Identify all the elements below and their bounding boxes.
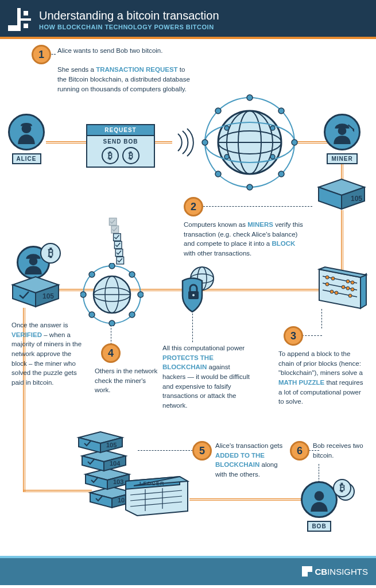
step-4-badge: 4 [101, 343, 121, 363]
page-title: Understanding a bitcoin transaction [39, 9, 219, 22]
svg-point-53 [129, 312, 135, 318]
svg-point-29 [325, 283, 329, 286]
step-5-badge: 5 [192, 441, 212, 461]
footer: CBINSIGHTS [0, 556, 376, 585]
connector [155, 141, 172, 144]
svg-point-60 [29, 257, 38, 266]
svg-point-17 [270, 126, 275, 130]
svg-text:LEDGER: LEDGER [139, 481, 165, 486]
step-6-text: Bob receives two bitcoin. [313, 441, 367, 460]
step-6-badge: 6 [290, 441, 309, 461]
svg-point-12 [215, 108, 221, 114]
alice-avatar: ALICE [6, 114, 47, 164]
step-3-badge: 3 [284, 326, 303, 346]
step-2-text: Computers known as MINERS verify this tr… [184, 220, 304, 258]
svg-point-52 [89, 312, 95, 318]
svg-text:105: 105 [42, 292, 54, 300]
request-header: REQUEST [87, 125, 154, 136]
globe-network-icon [201, 94, 299, 191]
checklist-icon [105, 217, 128, 271]
miner-avatar: MINER [321, 114, 363, 164]
connector-dash [203, 206, 312, 207]
svg-point-33 [330, 290, 334, 293]
step-3-text: To append a block to the chain of prior … [278, 349, 365, 407]
page-subtitle: HOW BLOCKCHAIN TECHNOLOGY POWERS BITCOIN [39, 24, 219, 30]
bitcoin-icon: ₿ [102, 147, 119, 164]
svg-text:105: 105 [106, 442, 117, 448]
globe-network-small-icon [80, 263, 144, 326]
bitcoin-icon: ₿ [122, 147, 139, 164]
connector-dash [302, 335, 322, 336]
svg-point-35 [348, 294, 352, 297]
step-2-badge: 2 [184, 197, 203, 216]
step-3-protect-text: All this computational power PROTECTS TH… [162, 343, 251, 411]
svg-text:104: 104 [110, 460, 121, 467]
broadcast-icon [172, 125, 195, 162]
request-box: REQUEST SEND BOB ₿₿ [86, 124, 155, 168]
header: Understanding a bitcoin transaction HOW … [0, 0, 376, 39]
svg-point-72 [315, 491, 324, 501]
miner-label: MINER [327, 153, 357, 164]
svg-point-40 [192, 294, 195, 296]
svg-point-25 [325, 276, 329, 279]
alice-label: ALICE [12, 153, 41, 164]
svg-point-13 [278, 108, 284, 114]
cb-logo-small-icon [302, 566, 312, 577]
miner-icon [330, 120, 354, 144]
svg-point-26 [331, 277, 335, 280]
svg-point-11 [292, 140, 297, 145]
cb-logo-icon [8, 8, 31, 31]
connector [189, 498, 316, 501]
svg-point-31 [346, 287, 350, 290]
connector-dash [321, 309, 322, 328]
svg-point-48 [80, 292, 86, 297]
bitcoin-coins-icon: ₿ ₿ [333, 479, 351, 497]
svg-point-10 [202, 140, 208, 145]
connector-dash [138, 450, 193, 451]
svg-point-34 [335, 291, 338, 295]
svg-point-30 [342, 285, 345, 289]
svg-point-49 [138, 292, 144, 297]
svg-point-50 [89, 272, 95, 277]
alice-icon [14, 120, 38, 144]
svg-point-18 [224, 154, 229, 159]
abacus-icon [316, 266, 367, 312]
svg-point-14 [215, 171, 221, 177]
svg-point-28 [351, 281, 354, 284]
svg-point-20 [338, 127, 347, 136]
step-1-text: Alice wants to send Bob two bitcoin. She… [57, 46, 195, 94]
step-1-badge: 1 [32, 45, 51, 64]
svg-point-8 [247, 95, 253, 100]
block-105: 105 [313, 177, 370, 211]
footer-brand: CBINSIGHTS [315, 567, 368, 577]
svg-point-47 [109, 320, 115, 326]
bitcoin-icon: ₿ [40, 243, 61, 264]
step-4-verified-text: Once the answer is VERIFIED – when a maj… [11, 320, 86, 388]
bob-icon [307, 488, 331, 512]
svg-point-16 [224, 126, 229, 130]
bob-label: BOB [307, 521, 331, 532]
svg-point-32 [351, 288, 354, 291]
svg-point-19 [270, 154, 275, 159]
send-bob-label: SEND BOB [90, 138, 152, 145]
svg-point-27 [346, 280, 350, 283]
connector-dash [111, 325, 111, 345]
svg-point-9 [247, 184, 253, 190]
connector-dash [319, 464, 319, 482]
diagram: 1 Alice wants to send Bob two bitcoin. S… [0, 39, 376, 556]
block-num: 105 [351, 195, 362, 203]
connector-dash [192, 314, 193, 342]
connector [46, 141, 86, 144]
block-105-verified: 105 [7, 274, 64, 309]
svg-point-51 [129, 272, 135, 277]
ledger-icon: LEDGER [122, 475, 191, 520]
shield-lock-icon [172, 266, 218, 315]
step-4-text: Others in the network check the miner's … [95, 366, 158, 395]
step-5-text: Alice's transaction gets ADDED TO THE BL… [215, 441, 284, 479]
svg-point-15 [278, 171, 284, 177]
